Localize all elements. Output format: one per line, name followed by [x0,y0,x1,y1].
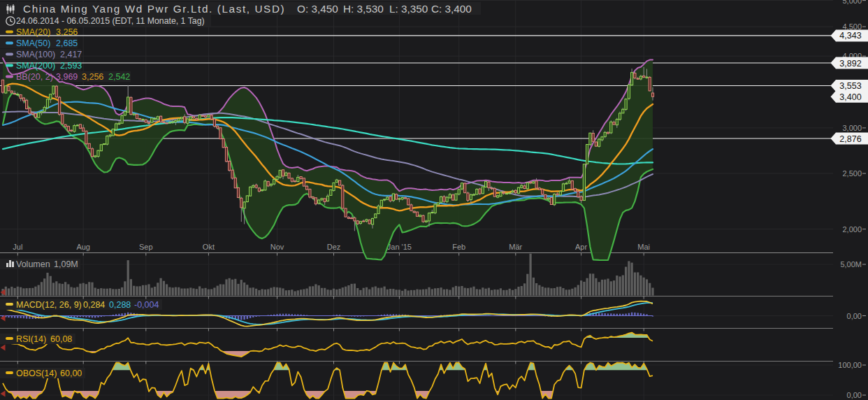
svg-text:60,08: 60,08 [50,334,72,344]
svg-text:2,593: 2,593 [60,61,82,71]
svg-text:3,553: 3,553 [839,81,861,91]
svg-text:SMA(50): SMA(50) [16,38,50,48]
svg-text:3,256: 3,256 [56,27,78,37]
svg-text:100,00: 100,00 [838,361,862,369]
svg-text:3,969: 3,969 [56,72,78,82]
svg-text:0,284: 0,284 [83,300,105,310]
svg-text:SMA(100): SMA(100) [16,50,55,59]
svg-text:Feb: Feb [452,243,465,251]
svg-text:Aug: Aug [76,243,90,251]
svg-text:1,09M: 1,09M [54,259,78,269]
svg-text:3,892: 3,892 [839,59,861,69]
svg-text:SMA(20): SMA(20) [16,27,50,37]
svg-text:Jan '15: Jan '15 [387,243,412,251]
svg-text:2,685: 2,685 [56,38,78,48]
svg-text:60,00: 60,00 [60,369,82,378]
svg-text:Mär: Mär [509,243,522,251]
svg-text:3,256: 3,256 [82,72,103,82]
svg-text:0,288: 0,288 [109,300,131,310]
svg-text:China Ming Yang Wd Pwr Gr.Ltd.: China Ming Yang Wd Pwr Gr.Ltd. (Last, US… [23,3,285,15]
svg-text:24.06.2014 - 06.05.2015 (EDT,: 24.06.2014 - 06.05.2015 (EDT, 11 Monate,… [16,16,205,26]
svg-text:2,876: 2,876 [839,134,861,144]
svg-text:Mai: Mai [637,243,650,251]
svg-text:Jul: Jul [13,243,22,251]
svg-text:3,400: 3,400 [839,92,861,102]
svg-text:5,000: 5,000 [842,0,862,5]
svg-text:BB(20, 2): BB(20, 2) [16,72,53,82]
svg-text:O: 3,450: O: 3,450 [297,3,338,15]
svg-text:2,417: 2,417 [60,50,82,59]
svg-text:Volumen: Volumen [16,259,50,269]
svg-text:4,343: 4,343 [839,31,861,41]
svg-text:2,000: 2,000 [842,225,862,234]
svg-text:0,00: 0,00 [847,391,862,399]
svg-text:OBOS(14): OBOS(14) [16,369,57,378]
svg-text:SMA(200): SMA(200) [16,61,55,71]
svg-text:Nov: Nov [270,243,284,251]
svg-text:2,500: 2,500 [842,169,862,178]
svg-text:H: 3,530: H: 3,530 [343,3,384,15]
svg-text:RSI(14): RSI(14) [16,334,46,344]
svg-text:3,000: 3,000 [842,124,862,132]
svg-text:MACD(12, 26, 9): MACD(12, 26, 9) [16,300,82,310]
svg-text:C: 3,400: C: 3,400 [431,3,472,15]
svg-text:Dez: Dez [327,243,341,251]
svg-text:Apr: Apr [575,243,587,251]
svg-text:0,00: 0,00 [847,312,862,320]
svg-text:-0,004: -0,004 [134,300,159,310]
svg-text:2,542: 2,542 [108,72,130,82]
svg-text:Sep: Sep [139,243,153,251]
svg-text:5,00M: 5,00M [840,260,862,269]
svg-text:Okt: Okt [203,243,215,251]
svg-text:L: 3,350: L: 3,350 [389,3,428,15]
